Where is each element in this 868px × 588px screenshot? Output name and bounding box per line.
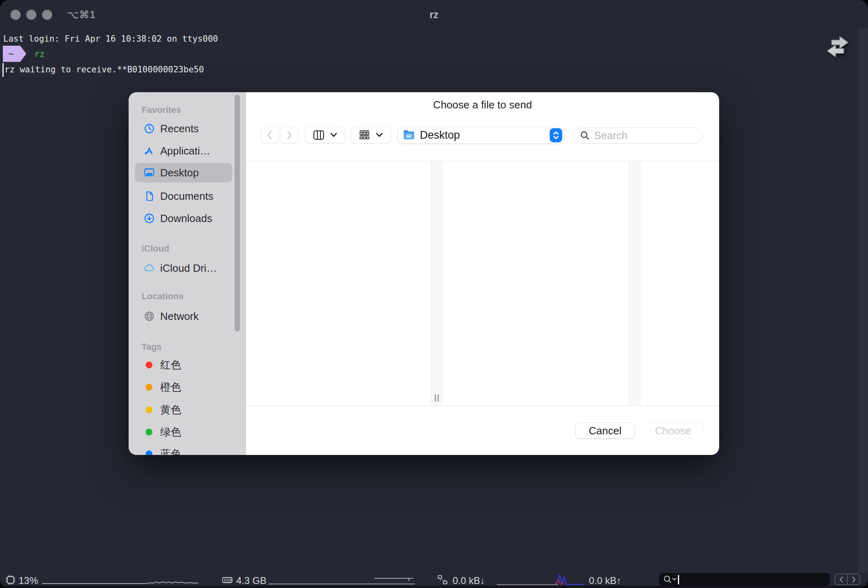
column-divider bbox=[431, 161, 442, 406]
terminal-cursor bbox=[2, 63, 4, 77]
sidebar-scrollbar[interactable] bbox=[235, 95, 240, 332]
grouping-icon bbox=[359, 130, 370, 140]
sidebar-item-label: Desktop bbox=[160, 167, 199, 179]
sidebar-item-label: iCloud Dri… bbox=[160, 262, 217, 275]
sidebar-item-applications[interactable]: Applicati… bbox=[135, 143, 232, 159]
section-label-tags: Tags bbox=[142, 342, 222, 352]
chevron-down-icon bbox=[376, 132, 383, 138]
sidebar-tag-blue[interactable]: 蓝色 bbox=[135, 446, 232, 455]
search-prev-next bbox=[834, 573, 860, 585]
network-upload-rate: 0.0 kB↑ bbox=[589, 575, 621, 586]
column-resize-handle[interactable] bbox=[434, 394, 440, 402]
network-icon bbox=[437, 574, 448, 586]
memory-icon bbox=[222, 574, 233, 586]
terminal-window: ⌥⌘1 rz Last login: Fri Apr 16 10:38:02 o… bbox=[0, 0, 868, 588]
clock-icon bbox=[143, 123, 155, 135]
file-column-browser[interactable] bbox=[246, 161, 719, 406]
titlebar: ⌥⌘1 rz bbox=[0, 0, 868, 23]
network-download-rate: 0.0 kB↓ bbox=[453, 575, 485, 586]
rz-output-line: rz waiting to receive.**B0100000023be50 bbox=[4, 65, 204, 74]
sidebar-tag-orange[interactable]: 橙色 bbox=[135, 379, 232, 395]
back-button[interactable] bbox=[261, 127, 279, 144]
last-login-line: Last login: Fri Apr 16 10:38:02 on ttys0… bbox=[3, 34, 218, 44]
choose-button[interactable]: Choose bbox=[642, 423, 704, 439]
tag-label: 红色 bbox=[160, 358, 181, 372]
sidebar-item-desktop[interactable]: Desktop bbox=[135, 163, 232, 182]
download-circle-icon bbox=[143, 212, 155, 224]
document-icon bbox=[143, 190, 155, 202]
command-text: rz bbox=[34, 49, 44, 59]
tag-label: 橙色 bbox=[160, 380, 181, 394]
tag-label: 黄色 bbox=[160, 403, 181, 417]
sidebar-tag-yellow[interactable]: 黄色 bbox=[135, 402, 232, 418]
section-label-locations: Locations bbox=[142, 291, 222, 302]
desktop-icon bbox=[143, 167, 155, 179]
tag-dot-yellow bbox=[146, 406, 152, 413]
view-mode-button[interactable] bbox=[305, 127, 345, 144]
chevron-right-icon bbox=[285, 130, 294, 140]
cancel-button[interactable]: Cancel bbox=[575, 423, 635, 439]
cpu-percent: 13% bbox=[19, 575, 38, 586]
sidebar-item-label: Documents bbox=[160, 190, 214, 203]
blue-folder-icon bbox=[403, 130, 415, 140]
window-bottom-edge bbox=[0, 586, 868, 588]
group-by-button[interactable] bbox=[351, 127, 391, 144]
sidebar-item-label: Recents bbox=[160, 123, 199, 135]
network-sparkline bbox=[497, 572, 586, 587]
sidebar-item-icloud-drive[interactable]: iCloud Dri… bbox=[135, 260, 232, 276]
tag-dot-red bbox=[146, 362, 152, 368]
dialog-title: Choose a file to send bbox=[246, 99, 719, 111]
chevron-left-icon bbox=[838, 576, 844, 583]
prompt-flag: ~ bbox=[3, 46, 26, 62]
cloud-icon bbox=[143, 262, 155, 274]
sidebar-item-network[interactable]: Network bbox=[135, 308, 232, 324]
sidebar-item-recents[interactable]: Recents bbox=[135, 121, 232, 137]
forward-button[interactable] bbox=[280, 127, 298, 144]
terminal-scrollbar[interactable] bbox=[858, 28, 868, 573]
sidebar-item-label: Downloads bbox=[160, 212, 212, 225]
window-title: rz bbox=[0, 9, 868, 21]
tag-label: 绿色 bbox=[160, 425, 181, 439]
chevron-left-icon bbox=[265, 130, 274, 140]
memory-usage: 4.3 GB bbox=[236, 575, 267, 586]
sidebar-item-documents[interactable]: Documents bbox=[135, 188, 232, 204]
up-down-chevrons-icon bbox=[552, 131, 560, 140]
tag-dot-orange bbox=[146, 384, 152, 391]
choose-file-dialog: Favorites Recents Applicati… bbox=[129, 92, 719, 455]
cpu-icon bbox=[5, 574, 16, 586]
appstore-icon bbox=[143, 145, 155, 157]
search-input[interactable] bbox=[594, 129, 687, 142]
statusbar-search-field[interactable] bbox=[659, 573, 830, 586]
sidebar-item-label: Network bbox=[160, 310, 199, 323]
prompt-symbol: ~ bbox=[8, 46, 14, 62]
tag-dot-green bbox=[146, 429, 152, 436]
search-icon bbox=[580, 130, 590, 141]
section-label-icloud: iCloud bbox=[142, 243, 222, 254]
section-label-favorites: Favorites bbox=[142, 105, 222, 115]
memory-sparkline bbox=[269, 573, 415, 586]
chevron-down-icon bbox=[330, 132, 337, 138]
chevron-right-icon bbox=[851, 576, 857, 583]
column-view-icon bbox=[313, 130, 324, 140]
screen: ⌥⌘1 rz Last login: Fri Apr 16 10:38:02 o… bbox=[0, 0, 868, 588]
tag-dot-blue bbox=[146, 451, 152, 455]
sidebar-tag-red[interactable]: 红色 bbox=[135, 357, 232, 373]
globe-icon bbox=[143, 310, 155, 322]
dialog-sidebar: Favorites Recents Applicati… bbox=[129, 92, 246, 455]
sidebar-item-downloads[interactable]: Downloads bbox=[135, 210, 232, 226]
location-popup[interactable]: Desktop bbox=[398, 127, 564, 144]
popup-stepper[interactable] bbox=[550, 128, 562, 142]
search-menu-icon bbox=[663, 575, 677, 585]
cpu-sparkline bbox=[42, 573, 198, 586]
location-popup-label: Desktop bbox=[420, 129, 460, 142]
search-next-button[interactable] bbox=[847, 574, 860, 584]
file-transfer-arrows-icon bbox=[824, 34, 853, 59]
tag-label: 蓝色 bbox=[160, 447, 181, 455]
dialog-search-field[interactable] bbox=[574, 127, 703, 144]
sidebar-tag-green[interactable]: 绿色 bbox=[135, 424, 232, 440]
sidebar-item-label: Applicati… bbox=[160, 145, 210, 157]
column-divider bbox=[629, 161, 640, 406]
search-previous-button[interactable] bbox=[835, 574, 847, 584]
search-cursor bbox=[678, 575, 679, 584]
